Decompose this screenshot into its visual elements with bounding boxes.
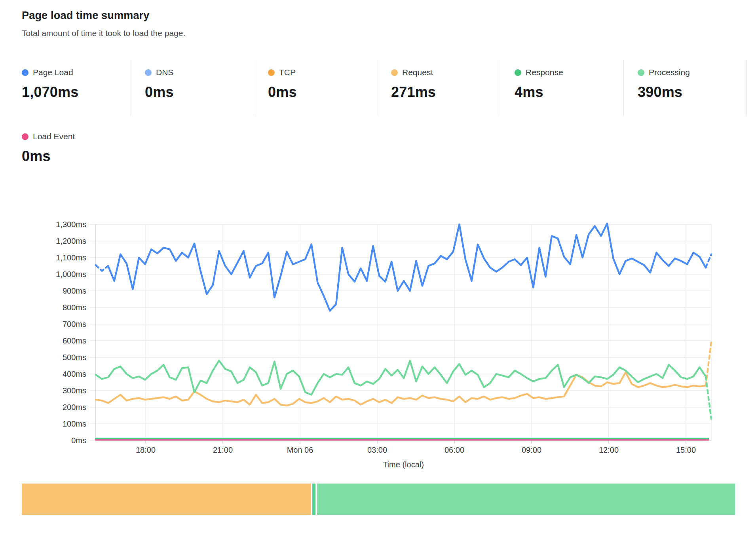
x-tick-label: 06:00: [444, 446, 464, 455]
load-time-line-chart[interactable]: 1,300ms1,200ms1,100ms1,000ms900ms800ms70…: [0, 174, 756, 479]
x-tick-label: 15:00: [676, 446, 696, 455]
y-tick-label: 1,100ms: [35, 253, 86, 262]
x-tick-label: 12:00: [599, 446, 619, 455]
y-tick-label: 1,000ms: [35, 270, 86, 279]
timeline-segment-request-span: [22, 484, 311, 515]
chart-canvas: [0, 0, 756, 535]
y-tick-label: 100ms: [35, 419, 86, 429]
x-tick-label: 18:00: [136, 446, 156, 455]
y-tick-label: 600ms: [35, 336, 86, 345]
x-tick-label: 03:00: [367, 446, 387, 455]
x-axis-title: Time (local): [383, 460, 424, 469]
timeline-segment-response-span: [312, 484, 315, 515]
x-tick-label: 21:00: [213, 446, 233, 455]
y-tick-label: 0ms: [35, 436, 86, 445]
y-tick-label: 400ms: [35, 370, 86, 379]
y-tick-label: 900ms: [35, 286, 86, 296]
y-tick-label: 200ms: [35, 403, 86, 412]
y-tick-label: 700ms: [35, 320, 86, 329]
timeline-segment-processing-span: [317, 484, 735, 515]
y-tick-label: 1,300ms: [35, 220, 86, 229]
y-tick-label: 500ms: [35, 353, 86, 362]
x-tick-label: Mon 06: [287, 446, 313, 455]
y-tick-label: 800ms: [35, 303, 86, 312]
y-tick-label: 300ms: [35, 386, 86, 395]
timeline-stacked-bar[interactable]: [22, 484, 735, 515]
y-tick-label: 1,200ms: [35, 237, 86, 246]
x-tick-label: 09:00: [522, 446, 541, 455]
page-load-summary-panel: Page load time summary Total amount of t…: [0, 0, 756, 535]
